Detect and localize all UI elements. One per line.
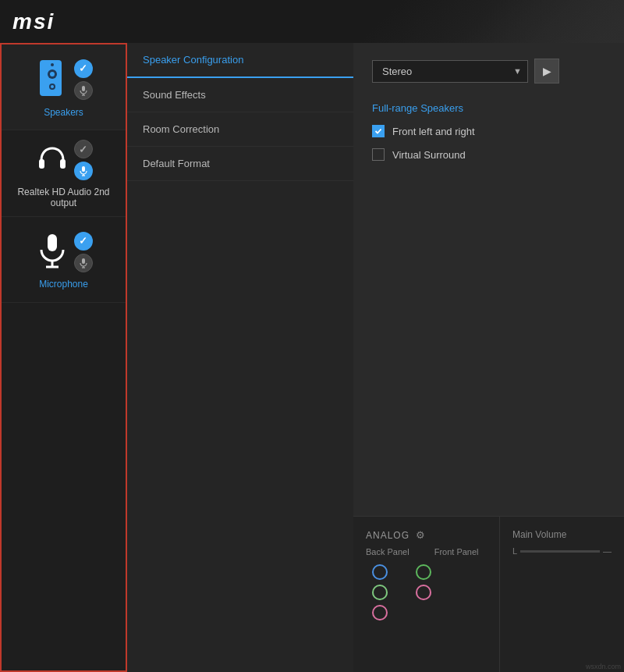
realtek-mic-badge: [74, 162, 93, 180]
analog-title: ANALOG: [366, 530, 410, 541]
volume-title: Main Volume: [512, 529, 612, 540]
microphone-icons-row: ✓: [35, 232, 93, 272]
virtual-surround-label: Virtual Surround: [392, 149, 466, 161]
realtek-secondary-icons: ✓: [74, 140, 93, 180]
connector-pink[interactable]: [416, 585, 431, 600]
svg-point-4: [51, 85, 54, 88]
front-lr-label: Front left and right: [392, 126, 475, 137]
center-panel: Speaker Configuration Sound Effects Room…: [127, 43, 353, 672]
connector-row-3: [372, 605, 487, 620]
connector-pink2[interactable]: [372, 605, 388, 620]
tab-sound-effects[interactable]: Sound Effects: [127, 78, 353, 112]
svg-rect-14: [48, 234, 57, 251]
realtek-check-badge: ✓: [74, 140, 93, 158]
virtual-surround-checkbox[interactable]: [372, 148, 385, 161]
microphone-mic-badge: [74, 254, 93, 272]
tab-speaker-configuration[interactable]: Speaker Configuration: [127, 43, 353, 78]
realtek-label: Realtek HD Audio 2nd output: [8, 187, 119, 208]
speakers-icons-row: ✓: [35, 59, 93, 101]
front-lr-checkbox[interactable]: [372, 125, 385, 137]
microphone-secondary-icons: ✓: [74, 232, 93, 272]
msi-logo: msi: [12, 9, 55, 34]
svg-point-2: [50, 72, 55, 76]
svg-rect-9: [39, 159, 44, 169]
analog-header: ANALOG ⚙: [366, 529, 487, 541]
full-range-speakers-title: Full-range Speakers: [372, 102, 605, 114]
back-panel-label: Back Panel: [366, 547, 410, 556]
volume-channel-label: L: [512, 546, 517, 556]
volume-bar: L —: [512, 546, 612, 556]
speaker-icon: [35, 59, 69, 101]
speakers-label: Speakers: [44, 107, 83, 118]
connector-green2[interactable]: [372, 585, 388, 600]
right-panel: Stereo Quadraphonic 5.1 Surround 7.1 Sur…: [353, 43, 624, 672]
svg-rect-11: [82, 166, 85, 172]
virtual-surround-row: Virtual Surround: [372, 148, 605, 161]
tab-default-format[interactable]: Default Format: [127, 147, 353, 181]
next-button[interactable]: ▶: [534, 59, 559, 84]
connector-green-light[interactable]: [416, 564, 431, 580]
dropdown-row: Stereo Quadraphonic 5.1 Surround 7.1 Sur…: [372, 59, 605, 84]
main-layout: ✓ Speakers: [0, 43, 624, 672]
volume-dash: —: [603, 546, 612, 556]
realtek-icons-row: ✓: [35, 140, 93, 180]
front-lr-row: Front left and right: [372, 125, 605, 137]
gear-icon[interactable]: ⚙: [416, 529, 425, 541]
stereo-dropdown-wrapper: Stereo Quadraphonic 5.1 Surround 7.1 Sur…: [372, 60, 528, 83]
front-panel-label: Front Panel: [434, 547, 479, 556]
svg-point-5: [51, 63, 54, 66]
connector-row-1: [372, 564, 487, 580]
panel-labels: Back Panel Front Panel: [366, 547, 487, 556]
svg-rect-17: [82, 258, 85, 264]
bottom-panel: ANALOG ⚙ Back Panel Front Panel: [353, 516, 624, 672]
speakers-mic-badge: [74, 81, 93, 100]
stereo-dropdown[interactable]: Stereo Quadraphonic 5.1 Surround 7.1 Sur…: [372, 60, 528, 83]
watermark: wsxdn.com: [586, 663, 621, 670]
headphone-icon: [35, 143, 69, 177]
sidebar-item-microphone[interactable]: ✓ Microphone: [2, 217, 126, 303]
volume-panel: Main Volume L —: [499, 516, 624, 672]
tab-room-correction[interactable]: Room Correction: [127, 112, 353, 147]
microphone-check-badge: ✓: [74, 232, 93, 251]
sidebar-item-speakers[interactable]: ✓ Speakers: [2, 44, 126, 130]
speakers-check-badge: ✓: [74, 59, 93, 78]
sidebar-item-realtek[interactable]: ✓ Realtek HD Audio 2nd output: [2, 130, 126, 217]
volume-track[interactable]: [520, 550, 600, 553]
microphone-icon: [35, 233, 69, 272]
microphone-label: Microphone: [39, 279, 88, 290]
svg-rect-6: [82, 86, 85, 91]
connector-grid: [366, 564, 487, 620]
sidebar: ✓ Speakers: [0, 43, 127, 672]
connector-blue[interactable]: [372, 564, 388, 580]
analog-panel: ANALOG ⚙ Back Panel Front Panel: [353, 516, 499, 672]
svg-rect-10: [60, 159, 66, 169]
header: msi: [0, 0, 624, 43]
connector-row-2: [372, 585, 487, 600]
speakers-secondary-icons: ✓: [74, 59, 93, 100]
header-bg-decoration: [390, 0, 624, 43]
